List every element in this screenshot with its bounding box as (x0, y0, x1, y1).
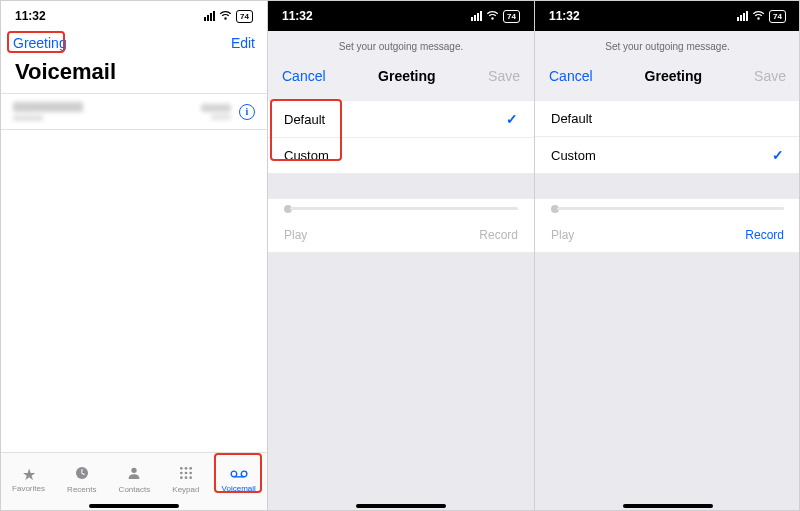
svg-point-6 (185, 472, 188, 475)
play-button[interactable]: Play (551, 228, 574, 242)
cancel-button[interactable]: Cancel (549, 68, 593, 84)
phone-screen-greeting-default: 11:32 74 Set your outgoing message. Canc… (268, 1, 534, 511)
voicemail-icon (230, 467, 248, 483)
nav-bar: Greeting Edit (1, 31, 267, 57)
play-record-bar: Play Record (535, 218, 800, 253)
tab-contacts[interactable]: Contacts (119, 465, 151, 494)
home-indicator[interactable] (89, 504, 179, 508)
wifi-icon (486, 11, 499, 21)
play-record-bar: Play Record (268, 218, 534, 253)
greeting-button[interactable]: Greeting (13, 35, 67, 51)
wifi-icon (752, 11, 765, 21)
record-button[interactable]: Record (745, 228, 784, 242)
save-button[interactable]: Save (754, 68, 786, 84)
modal-nav: Cancel Greeting Save (535, 58, 800, 100)
checkmark-icon: ✓ (772, 147, 784, 163)
tab-label: Contacts (119, 485, 151, 494)
status-bar: 11:32 74 (535, 1, 800, 31)
save-button[interactable]: Save (488, 68, 520, 84)
status-right: 74 (737, 10, 786, 23)
tab-voicemail[interactable]: Voicemail (222, 467, 256, 493)
status-right: 74 (471, 10, 520, 23)
battery-icon: 74 (769, 10, 786, 23)
tab-label: Favorites (12, 484, 45, 493)
clock-icon (74, 465, 90, 484)
play-button[interactable]: Play (284, 228, 307, 242)
checkmark-icon: ✓ (506, 111, 518, 127)
edit-button[interactable]: Edit (231, 35, 255, 51)
option-default[interactable]: Default ✓ (268, 100, 534, 138)
status-bar: 11:32 74 (268, 1, 534, 31)
status-right: 74 (204, 10, 253, 23)
cellular-signal-icon (737, 11, 748, 21)
svg-point-8 (180, 476, 183, 479)
battery-icon: 74 (503, 10, 520, 23)
battery-icon: 74 (236, 10, 253, 23)
status-time: 11:32 (282, 9, 313, 23)
wifi-icon (219, 11, 232, 21)
info-icon[interactable]: i (239, 104, 255, 120)
options-list: Default Custom ✓ (535, 100, 800, 174)
progress-track (290, 207, 518, 210)
option-custom[interactable]: Custom (268, 138, 534, 174)
playback-progress[interactable] (268, 198, 534, 218)
tab-bar: ★ Favorites Recents Contacts Keypad Vo (1, 452, 267, 511)
cellular-signal-icon (471, 11, 482, 21)
phone-screen-greeting-custom: 11:32 74 Set your outgoing message. Canc… (535, 1, 800, 511)
sheet-hint: Set your outgoing message. (535, 31, 800, 58)
svg-point-7 (189, 472, 192, 475)
svg-point-11 (231, 471, 237, 477)
star-icon: ★ (22, 467, 36, 483)
divider (267, 1, 268, 510)
keypad-icon (178, 465, 194, 484)
svg-point-10 (189, 476, 192, 479)
status-bar: 11:32 74 (1, 1, 267, 31)
svg-point-1 (132, 468, 137, 473)
modal-nav: Cancel Greeting Save (268, 58, 534, 100)
option-label: Custom (284, 148, 329, 163)
option-default[interactable]: Default (535, 100, 800, 137)
option-label: Custom (551, 148, 596, 163)
tab-favorites[interactable]: ★ Favorites (12, 467, 45, 493)
record-button[interactable]: Record (479, 228, 518, 242)
timestamp-redacted (201, 104, 231, 120)
home-indicator[interactable] (356, 504, 446, 508)
tab-label: Recents (67, 485, 96, 494)
svg-point-3 (185, 467, 188, 470)
phone-screen-voicemail: 11:32 74 Greeting Edit Voicemail i ★ Fav… (1, 1, 267, 511)
divider (534, 1, 535, 510)
options-list: Default ✓ Custom (268, 100, 534, 174)
cellular-signal-icon (204, 11, 215, 21)
person-icon (126, 465, 142, 484)
progress-track (557, 207, 784, 210)
sheet-hint: Set your outgoing message. (268, 31, 534, 58)
modal-title: Greeting (645, 68, 703, 84)
page-title: Voicemail (1, 57, 267, 93)
option-custom[interactable]: Custom ✓ (535, 137, 800, 174)
option-label: Default (551, 111, 592, 126)
tab-recents[interactable]: Recents (67, 465, 96, 494)
caller-redacted (13, 102, 83, 121)
svg-point-9 (185, 476, 188, 479)
playback-progress[interactable] (535, 198, 800, 218)
tab-keypad[interactable]: Keypad (172, 465, 199, 494)
cancel-button[interactable]: Cancel (282, 68, 326, 84)
status-time: 11:32 (15, 9, 46, 23)
tab-label: Voicemail (222, 484, 256, 493)
status-time: 11:32 (549, 9, 580, 23)
modal-title: Greeting (378, 68, 436, 84)
voicemail-entry-row[interactable]: i (1, 93, 267, 130)
svg-point-2 (180, 467, 183, 470)
svg-point-4 (189, 467, 192, 470)
tab-label: Keypad (172, 485, 199, 494)
option-label: Default (284, 112, 325, 127)
svg-point-5 (180, 472, 183, 475)
home-indicator[interactable] (623, 504, 713, 508)
svg-point-12 (241, 471, 247, 477)
